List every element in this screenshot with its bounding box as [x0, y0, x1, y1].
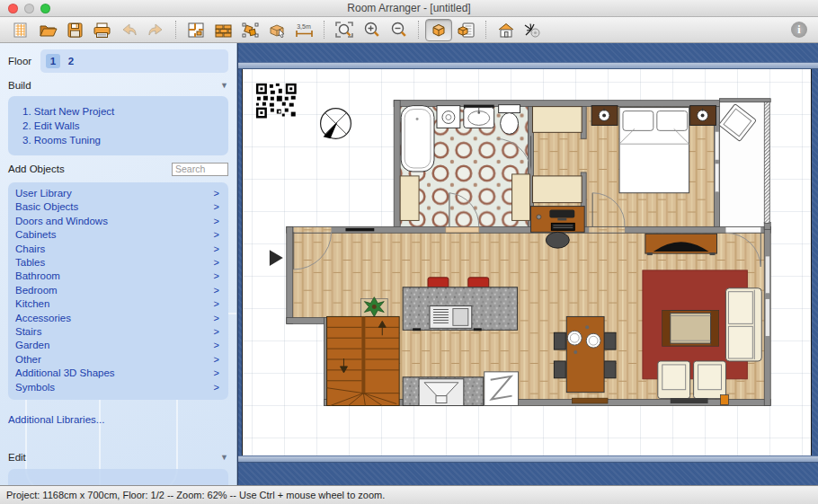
category-garden[interactable]: Garden>	[15, 339, 219, 352]
zoom-window-button[interactable]	[40, 4, 50, 13]
bar-stool-1[interactable]	[428, 278, 449, 288]
selection-icon	[241, 22, 260, 39]
walk-through-button[interactable]	[520, 19, 547, 41]
category-user-library[interactable]: User Library>	[15, 187, 219, 200]
floor-tab-2[interactable]: 2	[64, 54, 78, 68]
radiator[interactable]	[671, 398, 708, 403]
dining-table[interactable]	[566, 316, 604, 392]
show-walls-button[interactable]	[493, 19, 520, 41]
category-label: Kitchen	[15, 297, 49, 311]
compass[interactable]	[321, 109, 351, 139]
window[interactable]	[345, 228, 374, 231]
wardrobe[interactable]	[532, 107, 582, 133]
bathroom-sink[interactable]	[464, 105, 494, 128]
category-kitchen[interactable]: Kitchen>	[15, 297, 219, 311]
collapse-triangle-icon[interactable]: ▼	[220, 81, 228, 90]
category-other[interactable]: Other>	[15, 353, 219, 367]
office-chair[interactable]	[546, 232, 569, 248]
build-section-header[interactable]: Build ▼	[8, 77, 228, 93]
edit-walls-button[interactable]	[209, 19, 236, 41]
category-tables[interactable]: Tables>	[15, 256, 219, 270]
tv-stand[interactable]	[645, 234, 717, 255]
kitchen-sink[interactable]	[419, 379, 464, 406]
floor-plan[interactable]	[243, 69, 811, 455]
info-button[interactable]: i	[791, 22, 807, 38]
measure-label: 3,5m	[297, 23, 311, 30]
bathtub[interactable]	[401, 106, 434, 172]
category-bedroom[interactable]: Bedroom>	[15, 284, 219, 297]
kitchen-counter[interactable]	[403, 377, 484, 406]
insert-object-button[interactable]	[263, 19, 290, 41]
category-label: Bathroom	[15, 270, 60, 283]
close-button[interactable]	[8, 4, 18, 13]
build-panel: 1. Start New Project 2. Edit Walls 3. Ro…	[8, 96, 228, 155]
view-3d-button[interactable]	[425, 19, 452, 41]
category-bathroom[interactable]: Bathroom>	[15, 270, 219, 283]
zoom-in-button[interactable]	[358, 19, 385, 41]
category-doors-and-windows[interactable]: Doors and Windows>	[15, 215, 219, 228]
redo-button[interactable]	[142, 19, 169, 41]
save-button[interactable]	[61, 19, 88, 41]
category-label: Garden	[15, 339, 49, 352]
bar-stool-2[interactable]	[468, 278, 489, 288]
appliance[interactable]	[485, 372, 519, 406]
category-stairs[interactable]: Stairs>	[15, 325, 219, 339]
living-window[interactable]	[765, 256, 769, 294]
measure-icon: 3,5m	[294, 22, 315, 39]
minimize-button[interactable]	[24, 4, 34, 13]
living-window[interactable]	[765, 299, 769, 337]
floor-tab-1[interactable]: 1	[46, 54, 60, 68]
object-list-button[interactable]	[452, 19, 479, 41]
new-button[interactable]	[7, 19, 34, 41]
toilet[interactable]	[499, 105, 520, 135]
info-glyph: i	[797, 23, 800, 37]
stairs[interactable]	[327, 316, 400, 405]
wall-bricks-icon	[214, 22, 233, 39]
coffee-table[interactable]	[662, 311, 719, 347]
collapse-triangle-icon[interactable]: ▼	[220, 453, 228, 462]
nightstand-lamp-left[interactable]	[591, 106, 618, 126]
build-step-rooms-tuning[interactable]: 3. Rooms Tuning	[22, 133, 221, 147]
dresser[interactable]	[532, 176, 582, 203]
qr-code[interactable]	[256, 84, 297, 119]
radiator[interactable]	[572, 398, 608, 403]
category-accessories[interactable]: Accessories>	[15, 312, 219, 325]
zoom-fit-button[interactable]	[331, 19, 358, 41]
bathroom-cabinet[interactable]	[512, 174, 530, 221]
print-button[interactable]	[88, 19, 115, 41]
bathroom-cabinet[interactable]	[400, 176, 419, 221]
additional-libraries-link[interactable]: Additional Libraries...	[8, 412, 228, 427]
armchair-1[interactable]	[658, 361, 690, 399]
kitchen-island[interactable]	[403, 287, 517, 332]
plant[interactable]	[360, 297, 387, 317]
armchair-2[interactable]	[694, 361, 726, 399]
bedroom-window[interactable]	[716, 131, 719, 160]
desk-with-computer[interactable]	[530, 207, 584, 233]
category-chairs[interactable]: Chairs>	[15, 243, 219, 256]
cooktop[interactable]	[430, 306, 472, 329]
balcony-railing[interactable]	[764, 102, 769, 224]
search-input[interactable]	[172, 163, 228, 176]
open-button[interactable]	[34, 19, 61, 41]
edit-section-header[interactable]: Edit ▼	[8, 449, 228, 465]
open-folder-icon	[39, 22, 58, 39]
category-basic-objects[interactable]: Basic Objects>	[15, 200, 219, 214]
small-object[interactable]	[720, 395, 728, 405]
double-bed[interactable]	[619, 108, 689, 193]
zoom-out-button[interactable]	[385, 19, 412, 41]
category-cabinets[interactable]: Cabinets>	[15, 228, 219, 242]
undo-button[interactable]	[115, 19, 142, 41]
build-step-start-new-project[interactable]: 1. Start New Project	[22, 104, 221, 119]
bedroom-window[interactable]	[716, 164, 719, 192]
category-symbols[interactable]: Symbols>	[15, 381, 219, 394]
select-objects-button[interactable]	[236, 19, 263, 41]
sofa[interactable]	[725, 288, 761, 361]
floor-plan-document[interactable]	[242, 69, 812, 455]
build-step-edit-walls[interactable]: 2. Edit Walls	[22, 119, 221, 133]
nightstand-lamp-right[interactable]	[690, 106, 716, 126]
measure-button[interactable]: 3,5m	[290, 19, 317, 41]
floor-plan-button[interactable]	[182, 19, 209, 41]
washing-machine[interactable]	[437, 106, 460, 128]
category-additional-3d-shapes[interactable]: Additional 3D Shapes>	[15, 367, 219, 380]
chevron-right-icon: >	[214, 256, 219, 270]
